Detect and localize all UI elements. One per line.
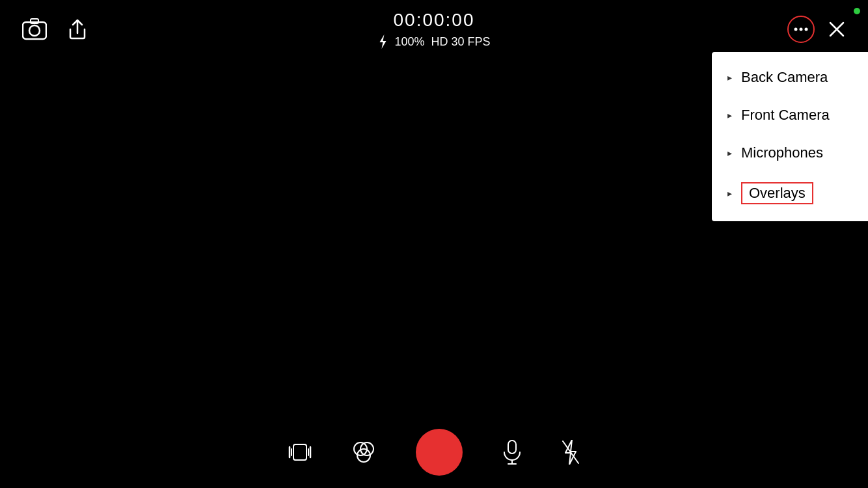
record-button[interactable]	[416, 429, 463, 476]
flash-button[interactable]	[562, 440, 580, 465]
battery-icon	[377, 34, 388, 49]
microphone-button[interactable]	[502, 439, 522, 465]
svg-point-6	[805, 28, 808, 31]
quality-label: HD 30 FPS	[431, 35, 491, 49]
chevron-front-camera-icon: ▸	[727, 110, 732, 120]
svg-marker-3	[379, 34, 386, 49]
chevron-back-camera-icon: ▸	[727, 72, 732, 83]
chevron-overlays-icon: ▸	[727, 188, 732, 198]
menu-item-overlays[interactable]: ▸ Overlays	[712, 172, 868, 215]
top-bar: 00:00:00 100% HD 30 FPS	[0, 0, 868, 59]
close-button[interactable]	[825, 18, 848, 41]
svg-point-5	[800, 28, 803, 31]
timer-display: 00:00:00	[393, 10, 474, 31]
svg-point-4	[794, 28, 798, 31]
svg-rect-9	[293, 444, 306, 460]
menu-item-back-camera[interactable]: ▸ Back Camera	[712, 59, 868, 96]
svg-rect-17	[508, 441, 516, 454]
front-camera-label: Front Camera	[741, 107, 830, 124]
camera-flip-button[interactable]	[20, 16, 49, 43]
bottom-bar	[0, 423, 868, 488]
svg-point-1	[29, 25, 40, 36]
microphones-label: Microphones	[741, 144, 823, 161]
battery-level: 100%	[394, 35, 424, 49]
menu-item-front-camera[interactable]: ▸ Front Camera	[712, 96, 868, 134]
vibrate-button[interactable]	[288, 441, 312, 464]
dropdown-menu: ▸ Back Camera ▸ Front Camera ▸ Microphon…	[712, 52, 868, 221]
overlays-label: Overlays	[741, 182, 813, 204]
more-options-button[interactable]	[787, 16, 815, 43]
color-button[interactable]	[351, 439, 377, 465]
menu-item-microphones[interactable]: ▸ Microphones	[712, 134, 868, 172]
back-camera-label: Back Camera	[741, 69, 828, 86]
chevron-microphones-icon: ▸	[727, 148, 732, 158]
share-button[interactable]	[65, 15, 90, 44]
